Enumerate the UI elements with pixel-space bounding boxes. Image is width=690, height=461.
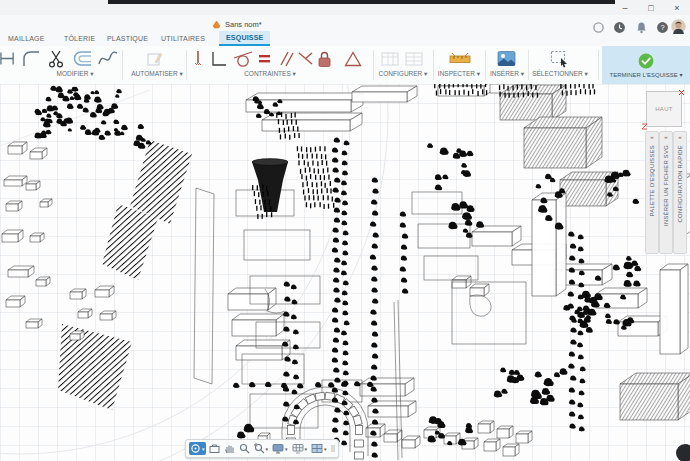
orbit-button[interactable]: ▾ [189,442,206,455]
tab-maillage[interactable]: MAILLAGE [8,32,45,46]
top-dark-strip [108,0,615,4]
viewports-button[interactable]: ▾ [310,442,328,455]
ribbon-toolbar: MODIFIER ▾ AUTOMATISER ▾ [0,46,690,85]
spline-icon[interactable] [98,50,118,67]
symmetry-triangle-icon[interactable] [344,50,362,68]
parallel-constraint-icon[interactable] [277,50,294,68]
coincident-constraint-icon[interactable] [210,50,228,68]
toolbar-divider [186,50,187,80]
selectionner-dropdown[interactable]: SÉLECTIONNER ▾ [526,70,594,78]
finish-sketch-label: TERMINER L'ESQUISSE ▾ [610,71,683,78]
status-circle-icon[interactable] [592,21,605,34]
contraintes-dropdown[interactable]: CONTRAINTES ▾ [230,70,310,78]
tangent-constraint-icon[interactable] [233,50,253,68]
close-button[interactable]: × [669,2,685,14]
viewcube[interactable]: HAUT [646,91,682,127]
tab-esquisse-active[interactable]: ESQUISSE [219,31,270,46]
configuration-table-icon[interactable] [404,50,424,68]
navigation-bar: ▾ [185,439,339,458]
viewcube-x-axis-marker [678,89,686,97]
document-tab[interactable]: Sans nom* [206,17,268,31]
panel-label: PALETTE D'ESQUISSES [649,145,655,216]
panel-label: CONFIGURATION RAPIDE [677,145,683,222]
assistant-button[interactable] [676,444,690,461]
fusion-document-icon [212,20,221,29]
pan-hand-icon [224,443,235,454]
equal-constraint-icon[interactable] [257,50,272,68]
collapse-chevron-icon: « [678,133,681,141]
inserer-dropdown[interactable]: INSÉRER ▾ [482,70,532,78]
horizontal-vertical-constraint-icon[interactable] [192,50,204,68]
finish-sketch-button[interactable]: TERMINER L'ESQUISSE ▾ [602,46,690,84]
tab-plastique[interactable]: PLASTIQUE [107,32,148,46]
automate-sketch-icon[interactable] [146,50,164,68]
document-tab-label: Sans nom* [225,20,262,29]
perpendicular-constraint-icon[interactable] [297,50,314,68]
green-check-icon [638,53,654,69]
display-settings-icon [272,443,284,454]
help-icon[interactable]: ? [656,21,669,34]
panel-inserer-fichier-svg[interactable]: « INSÉRER UN FICHIER SVG [659,131,673,254]
grid-snaps-button[interactable]: ▾ [291,442,309,455]
selection-box-icon[interactable] [550,50,570,68]
titlebar: – □ × [0,0,690,16]
modifier-dropdown[interactable]: MODIFIER ▾ [40,70,110,78]
insert-image-icon[interactable] [497,50,516,67]
fit-button[interactable]: ▾ [253,442,270,455]
offset-icon[interactable] [72,50,92,67]
minimize-button[interactable]: – [617,2,633,14]
viewport-canvas[interactable]: HAUT « PALETTE D'ESQUISSES « INSÉRER UN … [0,84,690,461]
collapse-chevron-icon: « [664,133,667,141]
look-at-icon [209,443,220,454]
panel-label: INSÉRER UN FICHIER SVG [663,145,669,226]
sketch-city-drawing [0,84,690,461]
fit-icon [254,443,265,454]
viewcube-top-face-label: HAUT [655,106,673,112]
navbar-drag-handle[interactable] [330,443,335,454]
toolbar-divider [598,50,599,80]
svg-text:?: ? [660,23,664,32]
job-status-clock-icon[interactable] [613,21,626,34]
app-header: Sans nom* MAILLAGE TÔLERIE PLASTIQUE UTI… [0,15,690,47]
inspecter-dropdown[interactable]: INSPECTER ▾ [429,70,489,78]
look-at-button[interactable] [208,442,221,455]
orbit-icon [190,443,201,454]
automatiser-dropdown[interactable]: AUTOMATISER ▾ [118,70,196,78]
panel-configuration-rapide[interactable]: « CONFIGURATION RAPIDE [673,131,687,254]
panel-palette-esquisses[interactable]: « PALETTE D'ESQUISSES [645,131,659,254]
collapse-chevron-icon: « [650,133,653,141]
display-settings-button[interactable]: ▾ [271,442,289,455]
fix-lock-constraint-icon[interactable] [316,50,333,68]
maximize-button[interactable]: □ [643,2,659,14]
notifications-bell-icon[interactable] [635,21,648,34]
extend-icon[interactable] [0,50,15,67]
fusion360-window: – □ × Sans nom* MAILLAGE TÔLERIE PLASTIQ… [0,0,690,461]
zoom-icon [239,443,250,454]
measure-ruler-icon[interactable] [449,50,471,68]
grid-snaps-icon [292,443,304,454]
parameters-table-icon[interactable] [380,50,400,68]
user-avatar[interactable] [671,19,686,34]
zoom-button[interactable] [238,442,251,455]
fillet-icon[interactable] [22,50,40,67]
viewports-icon [311,443,323,454]
pan-button[interactable] [223,442,236,455]
tab-utilitaires[interactable]: UTILITAIRES [161,32,205,46]
trim-scissors-icon[interactable] [47,50,65,68]
tab-tolerie[interactable]: TÔLERIE [64,32,95,46]
viewcube-z-axis-marker [641,123,649,131]
